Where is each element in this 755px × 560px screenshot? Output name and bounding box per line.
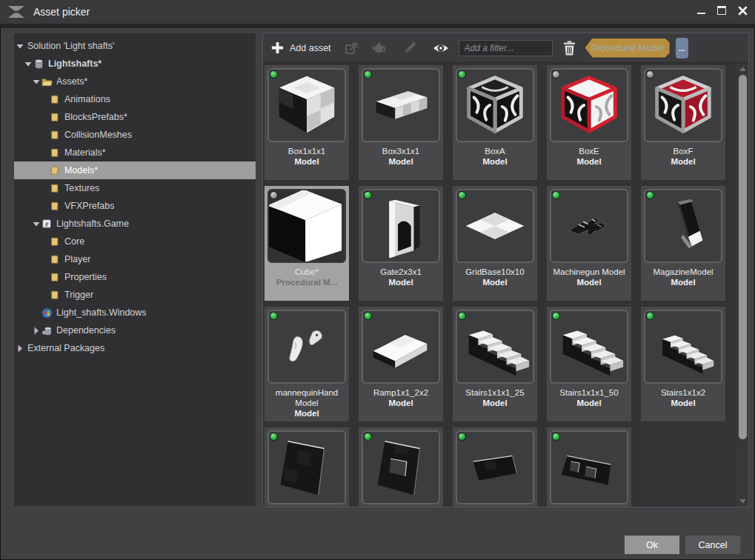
visibility-icon[interactable] — [432, 39, 450, 57]
asset-tile-boxe[interactable]: BoxEModel — [547, 65, 631, 180]
asset-tile-boxa[interactable]: BoxAModel — [453, 65, 537, 180]
asset-toolbar: Add asset Procedural Model ... — [263, 33, 748, 63]
ok-button[interactable]: Ok — [625, 536, 679, 554]
asset-tile-boxf[interactable]: BoxFModel — [641, 65, 725, 180]
scrollbar-thumb[interactable] — [739, 75, 747, 439]
tree-item-player[interactable]: Player — [14, 250, 256, 268]
expander-placeholder — [40, 148, 49, 157]
tree-item-lightshafts[interactable]: Lightshafts* — [14, 55, 256, 73]
expander-placeholder — [40, 95, 49, 104]
expander-down-icon[interactable] — [32, 219, 41, 228]
expander-down-icon[interactable] — [24, 59, 33, 68]
status-dot-green — [364, 70, 372, 79]
asset-thumbnail — [550, 189, 628, 263]
scroll-up-button[interactable] — [736, 64, 748, 74]
expander-placeholder — [40, 255, 49, 264]
tree-item-label: Lightshafts* — [48, 59, 102, 69]
asset-picker-dialog: Asset picker Solution 'Light shafts'Ligh… — [0, 0, 755, 560]
asset-tile-machinegun-model[interactable]: Machinegun ModelModel — [547, 186, 631, 301]
asset-name: Box1x1x1 — [265, 146, 349, 156]
asset-tile-gridbase10x10[interactable]: GridBase10x10Model — [453, 186, 537, 301]
close-button[interactable] — [736, 4, 749, 17]
folder-icon — [49, 253, 61, 265]
delete-icon[interactable] — [561, 39, 579, 57]
tree-item-core[interactable]: Core — [14, 233, 256, 250]
expander-down-icon[interactable] — [16, 41, 24, 50]
asset-thumbnail — [267, 430, 346, 504]
tree-item-external-packages[interactable]: External Packages — [14, 339, 256, 357]
tree-item-light-shafts-windows[interactable]: Light_shafts.Windows — [14, 304, 256, 321]
expander-down-icon[interactable] — [32, 77, 41, 86]
folder-open-icon — [41, 76, 53, 87]
asset-tile-mannequinhand-model[interactable]: mannequinHand ModelModel — [265, 307, 349, 421]
import-icon[interactable] — [343, 39, 361, 57]
asset-tile-box1x1x1[interactable]: Box1x1x1Model — [265, 65, 349, 180]
svg-text:#: # — [44, 221, 48, 228]
folder-icon — [49, 289, 61, 301]
minimize-button[interactable] — [694, 4, 708, 17]
asset-tile-cube[interactable]: Cube*Procedural M... — [265, 186, 349, 301]
asset-tile-gate2x3x1[interactable]: Gate2x3x1Model — [359, 186, 443, 301]
asset-tile-box3x1x1[interactable]: Box3x1x1Model — [359, 65, 443, 180]
asset-tile-row4-16[interactable] — [359, 427, 443, 507]
windows-icon — [41, 307, 53, 319]
tree-item-label: Textures — [64, 183, 99, 193]
asset-tile-row4-15[interactable] — [265, 427, 349, 507]
cancel-button[interactable]: Cancel — [685, 536, 740, 554]
status-dot-green — [270, 70, 278, 79]
titlebar-separator — [0, 24, 755, 28]
asset-thumbnail — [550, 310, 628, 384]
tree-item-materials[interactable]: Materials* — [14, 144, 256, 161]
asset-name: BoxA — [453, 146, 537, 156]
expander-right-icon[interactable] — [32, 326, 41, 335]
maximize-button[interactable] — [715, 4, 728, 17]
status-dot-green — [552, 433, 560, 441]
asset-type: Model — [547, 398, 631, 409]
tree-item-vfxprefabs[interactable]: VFXPrefabs — [14, 197, 256, 215]
asset-tile-row4-18[interactable] — [547, 427, 631, 507]
status-dot-green — [552, 312, 560, 320]
tree-item-blocksprefabs[interactable]: BlocksPrefabs* — [14, 108, 256, 126]
status-dot-green — [458, 433, 466, 441]
asset-tile-magazinemodel[interactable]: MagazineModelModel — [641, 186, 725, 301]
tree-item-assets[interactable]: Assets* — [14, 73, 256, 90]
plus-icon — [270, 41, 285, 55]
asset-tile-row4-17[interactable] — [453, 427, 537, 507]
asset-tile-stairs1x1x1-50[interactable]: Stairs1x1x1_50Model — [547, 307, 631, 421]
scroll-down-button[interactable] — [736, 496, 748, 507]
asset-thumbnail — [267, 310, 346, 384]
tree-item-animations[interactable]: Animations — [14, 90, 256, 108]
filter-input[interactable] — [459, 40, 553, 56]
tree-item-trigger[interactable]: Trigger — [14, 286, 256, 304]
asset-grid: Box1x1x1ModelBox3x1x1ModelBoxAModelBoxEM… — [263, 64, 736, 507]
tree-item-textures[interactable]: Textures — [14, 179, 256, 197]
tree-item-properties[interactable]: Properties — [14, 268, 256, 286]
tree-item-solution-light-shafts[interactable]: Solution 'Light shafts' — [14, 37, 256, 55]
tree-item-label: Light_shafts.Windows — [56, 307, 147, 318]
asset-tile-stairs1x1x1-25[interactable]: Stairs1x1x1_25Model — [453, 307, 537, 421]
asset-tile-ramp1x1-2x2[interactable]: Ramp1x1_2x2Model — [359, 307, 443, 421]
filter-tag-procedural-model[interactable]: Procedural Model — [585, 39, 670, 58]
folder-icon — [49, 200, 61, 212]
tree-item-dependencies[interactable]: Dependencies — [14, 321, 256, 339]
tree-item-models[interactable]: Models* — [14, 161, 256, 179]
asset-tile-stairs1x1x2[interactable]: Stairs1x1x2Model — [641, 307, 725, 421]
grid-scrollbar[interactable] — [736, 64, 748, 507]
asset-name: Gate2x3x1 — [359, 267, 443, 277]
asset-type: Model — [265, 408, 349, 419]
more-filters-button[interactable]: ... — [676, 38, 688, 59]
tree-item-lightshafts-game[interactable]: #Lightshafts.Game — [14, 215, 256, 233]
status-dot-gray — [646, 70, 654, 79]
edit-icon[interactable] — [401, 39, 419, 57]
status-dot-gray — [552, 70, 560, 79]
tree-item-label: Player — [64, 254, 90, 264]
status-dot-green — [270, 433, 278, 441]
expander-right-icon[interactable] — [16, 344, 24, 353]
teapot-icon[interactable] — [370, 39, 388, 57]
asset-name: BoxF — [641, 146, 725, 156]
expander-placeholder — [40, 184, 49, 193]
asset-thumbnail — [362, 68, 440, 142]
asset-type: Model — [547, 156, 631, 167]
tree-item-collisionmeshes[interactable]: CollisionMeshes — [14, 126, 256, 144]
add-asset-button[interactable]: Add asset — [270, 41, 331, 55]
